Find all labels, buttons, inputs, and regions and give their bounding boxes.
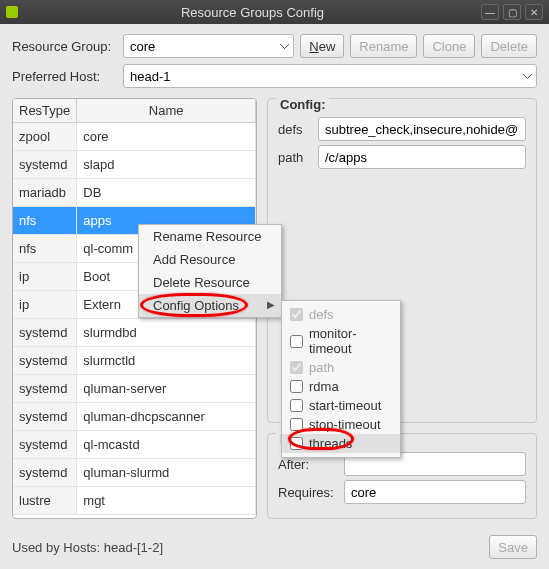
defs-input[interactable] [318, 117, 526, 141]
cell-name: qluman-slurmd [77, 459, 256, 487]
table-row[interactable]: mariadbDB [13, 179, 256, 207]
window-title: Resource Groups Config [24, 5, 481, 20]
option-label: path [309, 360, 334, 375]
after-label: After: [278, 457, 338, 472]
preferred-host-select[interactable]: head-1 [123, 64, 537, 88]
cell-type: ip [13, 291, 77, 319]
config-options-submenu[interactable]: defsmonitor-timeoutpathrdmastart-timeout… [281, 300, 401, 458]
option-label: rdma [309, 379, 339, 394]
checkbox-icon [290, 361, 303, 374]
checkbox-icon [290, 308, 303, 321]
cell-name: slurmctld [77, 347, 256, 375]
ctx-delete-resource[interactable]: Delete Resource [139, 271, 281, 294]
option-label: start-timeout [309, 398, 381, 413]
path-input[interactable] [318, 145, 526, 169]
option-label: monitor-timeout [309, 326, 392, 356]
delete-button[interactable]: Delete [481, 34, 537, 58]
cell-name: slurmdbd [77, 319, 256, 347]
cell-type: systemd [13, 431, 77, 459]
cell-name: qluman-dhcpscanner [77, 403, 256, 431]
cell-type: ip [13, 263, 77, 291]
defs-label: defs [278, 122, 312, 137]
checkbox-icon[interactable] [290, 380, 303, 393]
table-row[interactable]: systemdqluman-dhcpscanner [13, 403, 256, 431]
ctx-rename-resource[interactable]: Rename Resource [139, 225, 281, 248]
cell-type: nfs [13, 207, 77, 235]
ctx-config-options[interactable]: Config Options ▶ [139, 294, 281, 317]
option-monitor-timeout[interactable]: monitor-timeout [282, 324, 400, 358]
requires-input[interactable] [344, 480, 526, 504]
cell-type: systemd [13, 347, 77, 375]
cell-name: core [77, 123, 256, 151]
preferred-host-label: Preferred Host: [12, 69, 117, 84]
table-row[interactable]: zpoolcore [13, 123, 256, 151]
close-button[interactable]: ✕ [525, 4, 543, 20]
table-row[interactable]: systemdqluman-slurmd [13, 459, 256, 487]
cell-name: mgt [77, 487, 256, 515]
option-label: stop-timeout [309, 417, 381, 432]
titlebar: Resource Groups Config — ▢ ✕ [0, 0, 549, 24]
option-label: threads [309, 436, 352, 451]
maximize-button[interactable]: ▢ [503, 4, 521, 20]
cell-type: systemd [13, 459, 77, 487]
cell-type: zpool [13, 123, 77, 151]
cell-type: systemd [13, 375, 77, 403]
path-label: path [278, 150, 312, 165]
table-row[interactable]: systemdqluman-server [13, 375, 256, 403]
cell-name: ql-mcastd [77, 431, 256, 459]
resource-group-select[interactable]: core [123, 34, 294, 58]
option-stop-timeout[interactable]: stop-timeout [282, 415, 400, 434]
table-row[interactable]: systemdql-mcastd [13, 431, 256, 459]
option-path: path [282, 358, 400, 377]
cell-type: mariadb [13, 179, 77, 207]
option-label: defs [309, 307, 334, 322]
option-defs: defs [282, 305, 400, 324]
cell-type: systemd [13, 403, 77, 431]
used-by-hosts: Used by Hosts: head-[1-2] [12, 540, 489, 555]
chevron-right-icon: ▶ [267, 299, 275, 310]
app-icon [6, 6, 18, 18]
option-rdma[interactable]: rdma [282, 377, 400, 396]
cell-type: nfs [13, 235, 77, 263]
ctx-add-resource[interactable]: Add Resource [139, 248, 281, 271]
cell-name: slapd [77, 151, 256, 179]
table-row[interactable]: lustremgt [13, 487, 256, 515]
checkbox-icon[interactable] [290, 418, 303, 431]
context-menu[interactable]: Rename Resource Add Resource Delete Reso… [138, 224, 282, 318]
table-row[interactable]: systemdslapd [13, 151, 256, 179]
table-row[interactable]: systemdslurmdbd [13, 319, 256, 347]
resource-group-label: Resource Group: [12, 39, 117, 54]
checkbox-icon[interactable] [290, 399, 303, 412]
rename-button[interactable]: Rename [350, 34, 417, 58]
col-header-name[interactable]: Name [77, 99, 256, 123]
config-legend: Config: [276, 97, 329, 112]
checkbox-icon[interactable] [290, 335, 303, 348]
cell-type: lustre [13, 487, 77, 515]
cell-type: systemd [13, 319, 77, 347]
new-button[interactable]: New [300, 34, 344, 58]
minimize-button[interactable]: — [481, 4, 499, 20]
requires-label: Requires: [278, 485, 338, 500]
clone-button[interactable]: Clone [423, 34, 475, 58]
checkbox-icon[interactable] [290, 437, 303, 450]
col-header-type[interactable]: ResType [13, 99, 77, 123]
cell-type: systemd [13, 151, 77, 179]
option-start-timeout[interactable]: start-timeout [282, 396, 400, 415]
cell-name: qluman-server [77, 375, 256, 403]
option-threads[interactable]: threads [282, 434, 400, 453]
save-button[interactable]: Save [489, 535, 537, 559]
cell-name: DB [77, 179, 256, 207]
table-row[interactable]: systemdslurmctld [13, 347, 256, 375]
